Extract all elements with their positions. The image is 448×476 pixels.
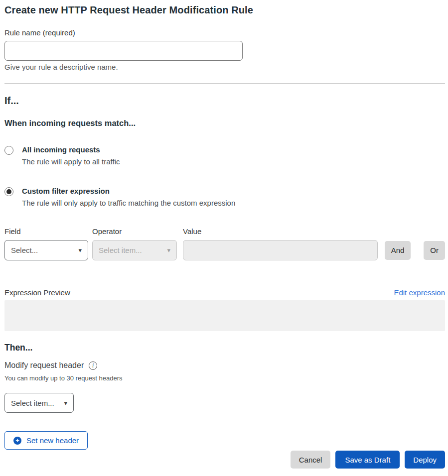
- expression-builder-row: Select... ▾ Select item... ▾ And Or: [4, 240, 445, 260]
- modify-header-hint: You can modify up to 30 request headers: [4, 375, 445, 382]
- chevron-down-icon: ▾: [78, 246, 82, 254]
- set-new-header-label: Set new header: [26, 436, 79, 445]
- rule-name-label: Rule name (required): [4, 29, 445, 37]
- plus-circle-icon: +: [13, 437, 21, 445]
- chevron-down-icon: ▾: [167, 246, 170, 254]
- field-select[interactable]: Select... ▾: [4, 240, 88, 260]
- modify-request-header-label: Modify request header: [4, 361, 84, 370]
- then-heading: Then...: [4, 343, 445, 353]
- modify-header-row: Modify request header i: [4, 361, 445, 370]
- footer-actions: Cancel Save as Draft Deploy: [4, 451, 445, 469]
- operator-select[interactable]: Select item... ▾: [92, 240, 177, 260]
- radio-button-icon[interactable]: [4, 146, 13, 155]
- radio-option-description: The rule will apply to all traffic: [22, 157, 120, 166]
- radio-option-description: The rule will only apply to traffic matc…: [22, 199, 235, 207]
- save-as-draft-button[interactable]: Save as Draft: [335, 451, 400, 469]
- expression-builder-labels: Field Operator Value: [4, 228, 445, 236]
- match-subheading: When incoming requests match...: [4, 119, 445, 128]
- or-button[interactable]: Or: [424, 241, 445, 260]
- operator-select-value: Select item...: [99, 246, 142, 254]
- deploy-button[interactable]: Deploy: [405, 451, 445, 469]
- radio-option-texts: Custom filter expression The rule will o…: [22, 187, 235, 207]
- header-item-select[interactable]: Select item... ▾: [4, 393, 74, 413]
- value-label: Value: [183, 228, 445, 236]
- expression-preview-header: Expression Preview Edit expression: [4, 288, 445, 297]
- info-icon[interactable]: i: [89, 361, 97, 370]
- page-title: Create new HTTP Request Header Modificat…: [4, 4, 445, 16]
- rule-name-helper-text: Give your rule a descriptive name.: [4, 63, 445, 71]
- value-input[interactable]: [183, 240, 378, 260]
- chevron-down-icon: ▾: [64, 399, 67, 407]
- operator-label: Operator: [92, 228, 183, 236]
- expression-preview-box: [4, 300, 445, 331]
- and-button[interactable]: And: [385, 241, 411, 260]
- radio-option-all-incoming[interactable]: All incoming requests The rule will appl…: [4, 145, 445, 166]
- edit-expression-link[interactable]: Edit expression: [394, 288, 445, 297]
- field-select-value: Select...: [11, 246, 38, 254]
- radio-option-label: Custom filter expression: [22, 187, 235, 195]
- cancel-button[interactable]: Cancel: [291, 451, 331, 469]
- set-new-header-button[interactable]: + Set new header: [4, 431, 88, 450]
- rule-name-input[interactable]: [4, 41, 243, 61]
- create-rule-page: Create new HTTP Request Header Modificat…: [0, 0, 448, 469]
- radio-option-texts: All incoming requests The rule will appl…: [22, 145, 120, 166]
- radio-button-icon[interactable]: [4, 187, 13, 196]
- field-label: Field: [4, 228, 92, 236]
- radio-option-custom-filter[interactable]: Custom filter expression The rule will o…: [4, 187, 445, 207]
- radio-option-label: All incoming requests: [22, 145, 120, 154]
- header-item-select-value: Select item...: [11, 399, 54, 407]
- if-heading: If...: [4, 95, 445, 107]
- radio-dot: [6, 189, 11, 194]
- section-divider: [4, 83, 445, 84]
- expression-preview-label: Expression Preview: [4, 288, 70, 297]
